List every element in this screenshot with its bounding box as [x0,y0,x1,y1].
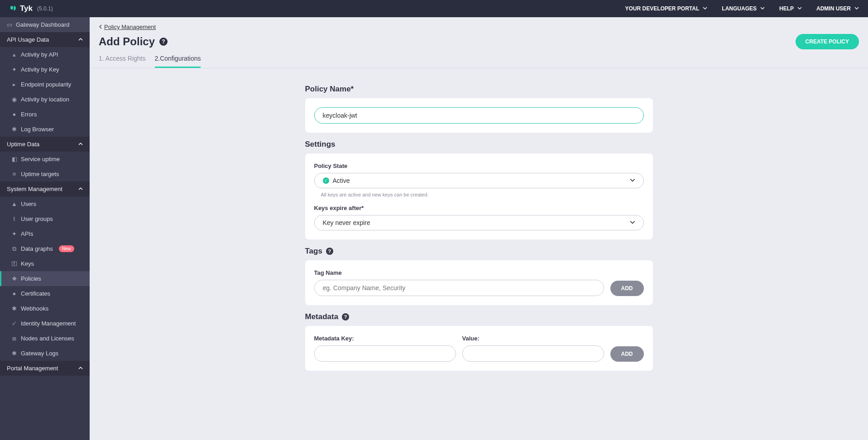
section-label: Metadata [305,312,339,321]
header-menu: YOUR DEVELOPER PORTAL LANGUAGES HELP ADM… [625,5,859,12]
sidebar-activity-key[interactable]: ✦Activity by Key [0,62,90,77]
chevron-left-icon [99,24,102,30]
tag-name-label: Tag Name [314,269,644,276]
section-label: System Management [7,186,62,192]
menu-label: YOUR DEVELOPER PORTAL [625,5,700,12]
policy-state-label: Policy State [314,163,644,169]
apis-icon: ✦ [12,231,17,236]
tab-access-rights[interactable]: 1. Access Rights [99,55,146,68]
section-settings: Settings [305,140,653,149]
identity-icon: ✓ [12,321,17,326]
sidebar-label: Service uptime [21,156,60,163]
section-label: Uptime Data [7,141,39,148]
dot-icon: ● [12,112,17,117]
menu-languages[interactable]: LANGUAGES [722,5,765,12]
sidebar-log-browser[interactable]: ✱Log Browser [0,122,90,137]
sidebar-label: Errors [21,111,37,118]
policy-state-hint: All keys are active and new keys can be … [321,192,644,197]
section-policy-name: Policy Name* [305,85,653,94]
sidebar-label: Gateway Dashboard [16,21,70,28]
help-icon[interactable]: ? [159,38,168,46]
chevron-up-icon [78,141,83,148]
metadata-value-input[interactable] [462,345,604,362]
menu-label: HELP [779,5,794,12]
policy-icon: ❖ [12,276,17,281]
target-icon: ≡ [12,172,17,177]
graph-icon: ⧉ [12,246,17,251]
sidebar-label: Activity by Key [21,66,59,73]
sidebar-label: Keys [21,260,34,267]
section-tags: Tags ? [305,247,653,256]
sidebar-activity-api[interactable]: ▴Activity by API [0,47,90,62]
sidebar-section-uptime[interactable]: Uptime Data [0,137,90,152]
sidebar-data-graphs[interactable]: ⧉Data graphsNew [0,241,90,256]
policy-state-select[interactable]: ✓ Active [314,173,644,188]
help-icon[interactable]: ? [326,248,333,255]
menu-admin-user[interactable]: ADMIN USER [816,5,859,12]
sidebar-keys[interactable]: ⚿Keys [0,256,90,271]
metadata-key-label: Metadata Key: [314,335,456,342]
sidebar-label: APIs [21,230,33,237]
sidebar-uptime-targets[interactable]: ≡Uptime targets [0,167,90,182]
sidebar-label: Endpoint popularity [21,81,71,88]
sidebar-policies[interactable]: ❖Policies [0,271,90,286]
breadcrumb-link[interactable]: Policy Management [99,24,156,30]
chevron-down-icon [630,177,635,184]
sidebar-section-api-usage[interactable]: API Usage Data [0,32,90,47]
policy-name-input[interactable] [314,107,644,124]
page-title: Add Policy [99,35,155,48]
keys-expire-select[interactable]: Key never expire [314,215,644,230]
sidebar-apis[interactable]: ✦APIs [0,226,90,241]
sidebar-label: Uptime targets [21,171,59,177]
add-metadata-button[interactable]: ADD [610,346,644,362]
cert-icon: ● [12,291,17,296]
chevron-up-icon [78,365,83,372]
user-icon: ▲ [12,201,17,206]
tab-configurations[interactable]: 2.Configurations [155,55,201,68]
sidebar-label: Certificates [21,290,50,297]
sidebar-label: Identity Management [21,320,76,327]
sidebar-activity-location[interactable]: ◉Activity by location [0,92,90,107]
section-label: Tags [305,247,322,256]
users-icon: ⩉ [12,216,17,221]
sidebar-user-groups[interactable]: ⩉User groups [0,211,90,226]
bug-icon: ✱ [12,127,17,132]
tyk-logo-icon [9,5,17,13]
monitor-icon: ▭ [7,22,12,27]
card-tags: Tag Name ADD [305,260,653,305]
globe-icon: ◉ [12,97,17,102]
sidebar-section-system[interactable]: System Management [0,182,90,196]
sidebar-label: Webhooks [21,305,48,312]
tag-name-input[interactable] [314,280,604,296]
sidebar-webhooks[interactable]: ✱Webhooks [0,301,90,316]
sidebar-nodes[interactable]: ≣Nodes and Licenses [0,331,90,346]
flag-icon: ▸ [12,82,17,87]
menu-label: LANGUAGES [722,5,757,12]
create-policy-button[interactable]: CREATE POLICY [796,34,859,49]
sidebar-label: Data graphs [21,245,53,252]
sidebar-gateway-dashboard[interactable]: ▭ Gateway Dashboard [0,17,90,32]
sidebar-errors[interactable]: ●Errors [0,107,90,122]
check-circle-icon: ✓ [323,177,329,184]
sidebar-label: Policies [21,275,41,282]
select-value: Active [333,177,350,184]
sidebar-label: User groups [21,215,53,222]
help-icon[interactable]: ? [342,313,349,320]
sidebar-label: Users [21,201,36,207]
sidebar-section-portal[interactable]: Portal Management [0,361,90,376]
add-tag-button[interactable]: ADD [610,281,644,296]
sidebar-endpoint-popularity[interactable]: ▸Endpoint popularity [0,77,90,92]
section-metadata: Metadata ? [305,312,653,321]
menu-developer-portal[interactable]: YOUR DEVELOPER PORTAL [625,5,708,12]
sidebar-service-uptime[interactable]: ◧Service uptime [0,152,90,167]
sidebar-gateway-logs[interactable]: ✱Gateway Logs [0,346,90,361]
key-icon: ⚿ [12,261,17,266]
keys-expire-label: Keys expire after* [314,205,644,211]
logo[interactable]: Tyk (5.0.1) [9,4,53,13]
sidebar-identity[interactable]: ✓Identity Management [0,316,90,331]
new-badge: New [59,245,74,252]
sidebar-users[interactable]: ▲Users [0,196,90,211]
sidebar-certificates[interactable]: ●Certificates [0,286,90,301]
menu-help[interactable]: HELP [779,5,802,12]
metadata-key-input[interactable] [314,345,456,362]
